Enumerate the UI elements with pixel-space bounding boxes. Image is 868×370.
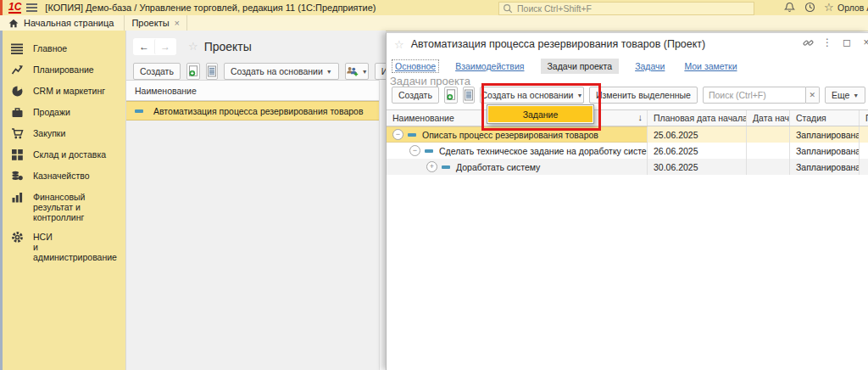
1c-logo-icon: 1С — [8, 3, 21, 14]
more-button[interactable]: Еще▼ — [825, 87, 865, 104]
project-item-icon — [135, 109, 143, 113]
create-by-copy-button[interactable] — [186, 63, 200, 80]
tasks-search-input[interactable] — [707, 89, 802, 101]
add-performers-button[interactable]: ▼ — [345, 63, 369, 80]
back-icon[interactable]: ← — [134, 39, 154, 54]
forward-icon[interactable]: → — [154, 39, 175, 54]
project-row[interactable]: Автоматизация процесса резервирования то… — [126, 101, 386, 121]
create-based-on-button[interactable]: Создать на основании▼ — [224, 63, 339, 80]
admin-icon — [11, 231, 24, 244]
task-stage: Запланирована — [790, 159, 860, 175]
sidebar-item-2[interactable]: Планирование — [0, 59, 125, 81]
projects-column-header[interactable]: Наименование — [126, 80, 386, 101]
create-button[interactable]: Создать — [133, 63, 181, 80]
clear-search-icon[interactable]: ✕ — [806, 87, 820, 104]
tab-close-icon[interactable]: × — [175, 18, 180, 28]
search-icon — [503, 3, 513, 14]
maximize-icon[interactable]: ◻ — [841, 36, 853, 48]
scrollbar[interactable] — [379, 80, 386, 370]
sidebar-item-6[interactable]: Склад и доставка — [0, 144, 125, 165]
sidebar-item-4[interactable]: Продажи — [0, 102, 125, 123]
tasks-table: Наименование↓Плановая дата началаДата на… — [387, 109, 868, 175]
treasury-icon — [11, 170, 24, 182]
list-settings-button[interactable] — [206, 63, 218, 80]
column-header-2[interactable]: Плановая дата начала — [648, 110, 747, 126]
home-tab[interactable]: Начальная страница — [0, 15, 125, 31]
sidebar-item-3[interactable]: CRM и маркетинг — [0, 81, 125, 102]
task-stage: Запланирована — [790, 126, 860, 143]
main-menu-icon[interactable] — [26, 2, 37, 14]
projects-panel: ← → ☆ Проекты Создать Создать на основан… — [125, 31, 386, 370]
home-icon — [8, 19, 19, 28]
task-row-2[interactable]: −Сделать техническое задание на доработк… — [387, 143, 868, 159]
close-icon[interactable]: × — [860, 36, 868, 48]
tab-projects[interactable]: Проекты × — [125, 15, 187, 31]
column-header-4[interactable]: Стадия — [790, 110, 860, 126]
expand-icon[interactable]: + — [426, 161, 437, 172]
purchases-icon — [11, 127, 24, 140]
history-clock-icon[interactable] — [804, 2, 816, 14]
sidebar-item-8[interactable]: Финансовый результат и контроллинг — [0, 187, 125, 227]
detail-tab-мои-заметки[interactable]: Мои заметки — [681, 59, 740, 73]
task-item-icon — [408, 133, 416, 137]
edit-selected-button[interactable]: Изменить выделенные — [589, 87, 698, 104]
detail-tab-основное[interactable]: Основное — [392, 59, 439, 73]
task-start-date — [747, 126, 790, 143]
project-name: Автоматизация процесса резервирования то… — [153, 106, 363, 116]
create-button[interactable]: Создать — [392, 87, 439, 104]
task-planned-start-date: 30.06.2025 — [648, 159, 747, 175]
sidebar-item-label: Финансовый результат и контроллинг — [33, 191, 122, 222]
projects-toolbar: Создать Создать на основании▼ ▼ Изменить… — [126, 63, 386, 80]
edit-selected-button[interactable]: Изменить выделенные — [375, 63, 386, 80]
sort-descending-icon: ↓ — [638, 112, 643, 122]
finance-icon — [11, 191, 24, 204]
section-title: Задачи проекта — [390, 75, 470, 87]
dropdown-item-task[interactable]: Задание — [488, 106, 593, 122]
collapse-icon[interactable]: − — [409, 145, 420, 156]
sidebar-item-label: Главное — [33, 42, 67, 53]
list-settings-button[interactable] — [463, 87, 475, 104]
global-search-input[interactable] — [515, 3, 750, 14]
current-user[interactable]: Орлов Алек — [837, 3, 868, 13]
create-based-on-button[interactable]: Создать на основании▼ — [480, 87, 584, 104]
column-header-5[interactable]: Пр — [860, 110, 868, 126]
app-window: 1С [КОПИЯ] Демо-база / Управление торгов… — [0, 0, 868, 370]
sidebar-item-7[interactable]: Казначейство — [0, 165, 125, 187]
favorites-star-icon[interactable]: ☆ — [824, 2, 836, 14]
title-bar: 1С [КОПИЯ] Демо-база / Управление торгов… — [0, 0, 868, 15]
sidebar-item-9[interactable]: НСИ и администрирование — [0, 227, 125, 266]
favorite-star-icon[interactable]: ☆ — [394, 38, 404, 51]
column-header-3[interactable]: Дата начала — [747, 110, 790, 126]
sidebar-item-5[interactable]: Закупки — [0, 123, 125, 144]
tasks-toolbar: Создать Создать на основании▼ Изменить в… — [387, 87, 865, 104]
home-tab-label: Начальная страница — [24, 18, 114, 28]
notifications-bell-icon[interactable] — [784, 2, 796, 14]
titlebar-accent — [0, 0, 3, 15]
task-row-1[interactable]: −Описать процесс резервирования товаров2… — [387, 126, 868, 143]
task-start-date — [747, 143, 790, 159]
collapse-icon[interactable]: − — [392, 129, 403, 140]
task-row-3[interactable]: +Доработать систему30.06.2025Запланирова… — [387, 159, 868, 175]
projects-table: Наименование Автоматизация процесса резе… — [126, 80, 386, 121]
tab-projects-label: Проекты — [131, 18, 169, 28]
create-by-copy-button[interactable] — [444, 87, 458, 104]
app-title: [КОПИЯ] Демо-база / Управление торговлей… — [45, 3, 376, 13]
tasks-search-box[interactable] — [703, 87, 806, 104]
sidebar-item-label: Закупки — [33, 127, 65, 138]
link-icon[interactable] — [802, 36, 814, 48]
task-start-date — [747, 159, 790, 175]
sidebar: ГлавноеПланированиеCRM и маркетингПродаж… — [0, 31, 125, 370]
task-name: Доработать систему — [456, 162, 540, 172]
task-planned-start-date: 26.06.2025 — [648, 143, 747, 159]
favorite-star-icon[interactable]: ☆ — [188, 40, 198, 53]
task-item-icon — [425, 149, 433, 153]
window-edge — [0, 31, 3, 370]
create-based-on-dropdown: Задание — [487, 104, 594, 124]
detail-tab-задачи[interactable]: Задачи — [632, 59, 668, 73]
global-search-box[interactable] — [498, 2, 754, 15]
more-actions-icon[interactable]: ⋮ — [821, 36, 833, 48]
detail-tab-взаимодействия[interactable]: Взаимодействия — [452, 59, 527, 73]
sidebar-item-1[interactable]: Главное — [0, 38, 125, 59]
detail-tab-задачи-проекта[interactable]: Задачи проекта — [541, 59, 620, 74]
crm-icon — [11, 85, 24, 98]
